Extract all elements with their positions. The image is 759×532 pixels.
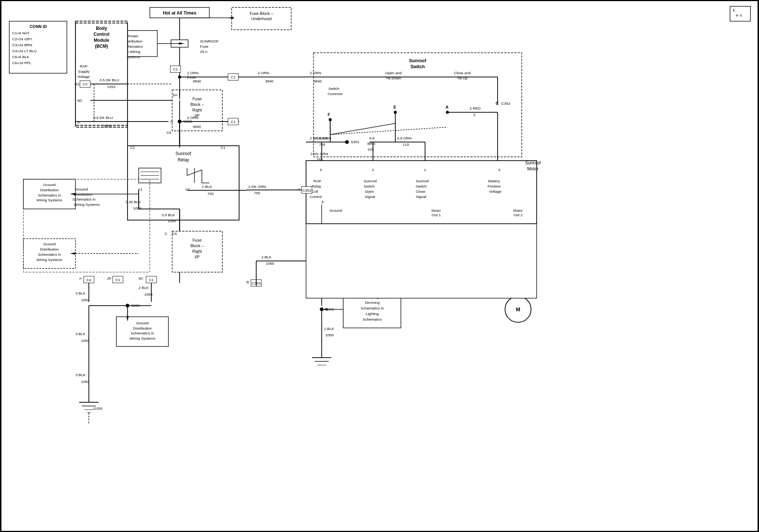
svg-text:Switch: Switch — [416, 184, 427, 188]
svg-text:Fuse: Fuse — [200, 44, 208, 48]
svg-text:Supply: Supply — [78, 69, 89, 73]
svg-text:Distribution: Distribution — [133, 326, 152, 330]
svg-text:Switch: Switch — [410, 64, 425, 69]
svg-text:C1: C1 — [220, 145, 225, 149]
svg-text:C353: C353 — [501, 101, 510, 106]
svg-text:S351: S351 — [351, 140, 360, 144]
svg-text:Fuse: Fuse — [192, 97, 201, 101]
svg-text:2 DK GRN: 2 DK GRN — [310, 136, 327, 140]
svg-text:C1: C1 — [231, 75, 236, 79]
svg-text:BRN: BRN — [367, 142, 375, 146]
svg-text:3 BLK: 3 BLK — [75, 373, 86, 377]
conn-id-c1: C1=6 NAT — [12, 31, 29, 35]
svg-text:C1: C1 — [173, 67, 178, 71]
svg-rect-29 — [9, 21, 67, 73]
svg-text:Positive: Positive — [487, 184, 501, 188]
svg-text:2 ORN: 2 ORN — [310, 71, 321, 75]
svg-text:3 BLK: 3 BLK — [75, 291, 86, 295]
svg-text:A: A — [170, 119, 173, 123]
svg-text:755: 755 — [319, 142, 325, 147]
svg-text:Out 2: Out 2 — [514, 213, 523, 217]
svg-text:Lighting: Lighting — [366, 312, 379, 316]
svg-text:RAP: RAP — [313, 179, 321, 183]
svg-text:C4: C4 — [87, 278, 91, 282]
svg-text:C5=6 BLK: C5=6 BLK — [12, 55, 29, 59]
svg-text:Signal: Signal — [416, 195, 426, 199]
svg-text:B: B — [247, 280, 249, 284]
fuse-underhood-label: Fuse Block – — [250, 11, 273, 16]
svg-text:1: 1 — [424, 168, 426, 172]
bcm-label: Body — [96, 26, 107, 31]
svg-text:D: D — [77, 120, 80, 124]
svg-text:6C: 6C — [139, 276, 144, 280]
svg-text:Systems: Systems — [126, 55, 140, 59]
svg-text:1050: 1050 — [168, 219, 176, 223]
svg-text:Close: Close — [416, 189, 426, 193]
sunroof-relay-label: Sunroof — [176, 151, 192, 156]
svg-text:1050: 1050 — [81, 339, 90, 343]
svg-text:Schematics in: Schematics in — [131, 331, 154, 335]
power-dist-label: Power — [128, 34, 139, 38]
svg-text:755: 755 — [254, 191, 260, 195]
svg-text:0.8 ORN: 0.8 ORN — [397, 136, 412, 140]
svg-text:C2: C2 — [130, 145, 135, 149]
svg-text:C1: C1 — [149, 278, 154, 282]
svg-text:C353: C353 — [302, 188, 311, 192]
svg-text:Open: Open — [365, 189, 374, 193]
svg-rect-281 — [306, 224, 537, 298]
svg-text:Schematics in: Schematics in — [72, 197, 95, 201]
sunroof-switch-label: Sunroof — [409, 58, 426, 63]
svg-text:Dimming: Dimming — [365, 300, 379, 305]
svg-text:Right: Right — [192, 249, 202, 254]
svg-point-170 — [394, 111, 397, 114]
svg-text:3 BLK: 3 BLK — [75, 332, 86, 336]
svg-text:C: C — [165, 232, 167, 236]
svg-text:Battery: Battery — [488, 179, 500, 183]
svg-text:755: 755 — [316, 157, 323, 161]
ground-ref-1: Ground — [75, 187, 88, 191]
conn-id-title: CONN ID — [29, 24, 47, 29]
svg-text:Schematics: Schematics — [363, 317, 382, 321]
svg-text:Block –: Block – — [190, 243, 204, 248]
svg-text:Motor: Motor — [432, 208, 441, 213]
svg-text:0.5 DK BLU: 0.5 DK BLU — [100, 78, 119, 82]
svg-text:O: O — [736, 14, 738, 17]
svg-text:Switch: Switch — [364, 184, 374, 188]
svg-text:3840: 3840 — [192, 79, 201, 83]
svg-text:Module: Module — [94, 38, 109, 43]
rap-label: RAP — [80, 64, 88, 68]
svg-text:Right: Right — [192, 108, 202, 112]
svg-text:A: A — [79, 276, 82, 280]
svg-text:C6: C6 — [172, 232, 177, 236]
svg-text:Schematics in: Schematics in — [38, 252, 61, 256]
svg-text:0.5 BLK: 0.5 BLK — [162, 213, 175, 217]
svg-text:Relay: Relay — [178, 157, 189, 163]
svg-text:Signal: Signal — [365, 195, 375, 199]
svg-text:2F: 2F — [107, 276, 112, 280]
svg-text:Distribution: Distribution — [74, 192, 92, 196]
svg-text:Out 1: Out 1 — [432, 213, 441, 217]
open-tilt-down-label: Open and — [385, 71, 402, 75]
svg-text:0.8: 0.8 — [369, 136, 374, 140]
svg-text:I/P: I/P — [195, 255, 200, 259]
svg-text:Common: Common — [327, 92, 342, 96]
sunroof-fuse-label: SUNROOF — [200, 39, 219, 43]
svg-text:2 DK GRN: 2 DK GRN — [311, 152, 328, 156]
svg-text:Ground: Ground — [330, 208, 342, 213]
svg-text:Wiring Systems: Wiring Systems — [74, 202, 100, 207]
svg-text:Sunroof: Sunroof — [416, 179, 429, 183]
svg-text:(BCM): (BCM) — [95, 44, 108, 49]
svg-text:C2=24 GRY: C2=24 GRY — [12, 37, 32, 41]
svg-text:1050: 1050 — [144, 292, 153, 296]
svg-text:110: 110 — [403, 142, 409, 147]
svg-text:Relay: Relay — [312, 184, 322, 188]
svg-text:1050: 1050 — [266, 261, 275, 265]
svg-text:Control: Control — [310, 195, 322, 199]
svg-text:A: A — [446, 105, 449, 109]
svg-text:Motor: Motor — [513, 208, 523, 213]
svg-text:Voltage: Voltage — [77, 75, 90, 79]
svg-text:3840: 3840 — [192, 125, 201, 129]
svg-text:1353: 1353 — [107, 85, 116, 89]
svg-text:Distribution: Distribution — [40, 188, 59, 192]
svg-text:Fuse: Fuse — [192, 238, 201, 242]
